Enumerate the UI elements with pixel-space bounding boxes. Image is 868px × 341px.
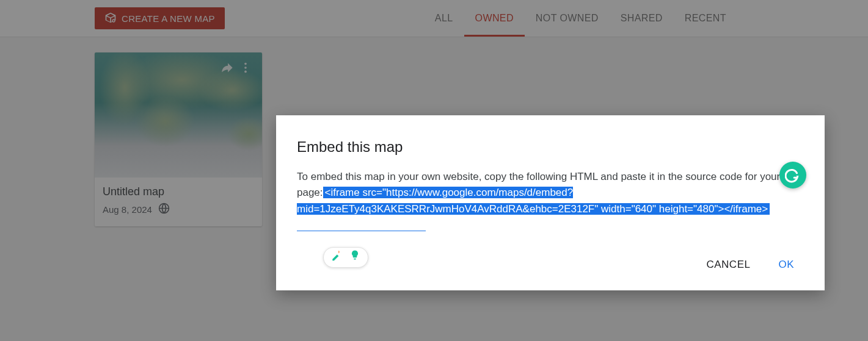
embed-dialog: Embed this map To embed this map in your…: [276, 115, 825, 290]
grammarly-icon[interactable]: [779, 162, 806, 188]
dialog-body: To embed this map in your own website, c…: [297, 169, 798, 233]
cancel-button[interactable]: CANCEL: [705, 255, 751, 275]
magic-wand-icon: [330, 249, 343, 266]
embed-input-underline[interactable]: [297, 219, 426, 231]
embed-code-text[interactable]: <iframe src="https://www.google.com/maps…: [297, 187, 770, 214]
dialog-title: Embed this map: [297, 138, 798, 156]
dialog-actions: CANCEL OK: [297, 255, 798, 275]
lightbulb-icon: [349, 249, 361, 266]
ok-button[interactable]: OK: [777, 255, 795, 275]
grammarly-tools-pill[interactable]: [323, 247, 368, 268]
